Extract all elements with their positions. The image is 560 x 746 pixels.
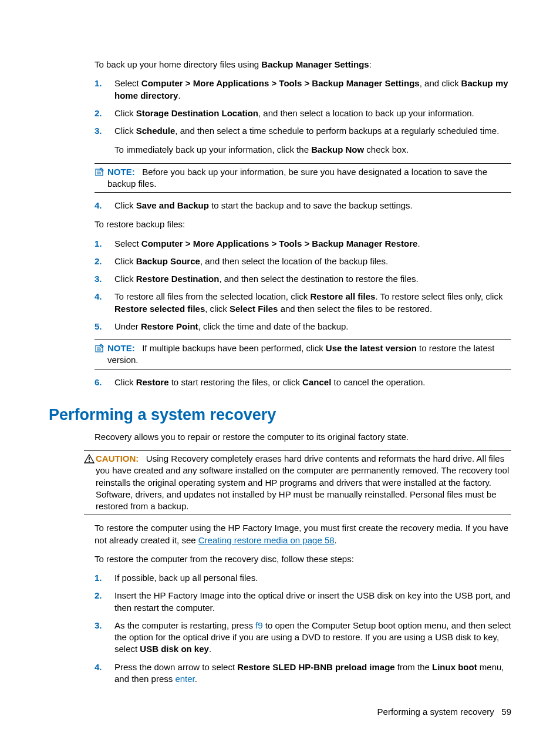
list-item: 4. To restore all files from the selecte… (95, 291, 511, 315)
restore-list: 1. Select Computer > More Applications >… (95, 238, 511, 333)
caution-recovery: CAUTION: Using Recovery completely erase… (84, 450, 511, 515)
creating-restore-media-link[interactable]: Creating restore media on page 58 (198, 535, 335, 545)
note-backup-location: NOTE: Before you back up your informatio… (95, 163, 511, 193)
list-item: 1. Select Computer > More Applications >… (95, 78, 511, 102)
note-icon (95, 342, 106, 367)
caution-icon (84, 453, 96, 512)
recovery-p2: To restore the computer from the recover… (95, 553, 511, 565)
list-item: 1. Select Computer > More Applications >… (95, 238, 511, 250)
recovery-steps: 1. If possible, back up all personal fil… (95, 572, 511, 685)
recovery-p1: To restore the computer using the HP Fac… (95, 522, 511, 546)
list-item: 4. Press the down arrow to select Restor… (95, 661, 511, 685)
backup-settings-list: 1. Select Computer > More Applications >… (95, 78, 511, 156)
list-item: 5. Under Restore Point, click the time a… (95, 321, 511, 332)
note-multiple-backups: NOTE: If multiple backups have been perf… (95, 340, 511, 369)
note-icon (95, 166, 106, 190)
list-item: 3. As the computer is restarting, press … (95, 620, 511, 656)
restore-list-cont: 6. Click Restore to start restoring the … (95, 377, 511, 388)
backup-settings-list-cont: 4. Click Save and Backup to start the ba… (95, 200, 511, 211)
restore-intro: To restore backup files: (95, 219, 511, 230)
page-footer: Performing a system recovery 59 (377, 707, 511, 717)
list-item: 2. Click Storage Destination Location, a… (95, 107, 511, 119)
backup-intro: To back up your home directory files usi… (95, 59, 511, 70)
list-item: 2. Insert the HP Factory Image into the … (95, 590, 511, 614)
list-item: 4. Click Save and Backup to start the ba… (95, 200, 511, 211)
list-item: 6. Click Restore to start restoring the … (95, 377, 511, 388)
list-item: 2. Click Backup Source, and then select … (95, 256, 511, 267)
list-item: 3. Click Schedule, and then select a tim… (95, 125, 511, 156)
section-heading: Performing a system recovery (49, 406, 511, 424)
list-item: 1. If possible, back up all personal fil… (95, 572, 511, 584)
list-item: 3. Click Restore Destination, and then s… (95, 273, 511, 285)
svg-point-9 (89, 461, 90, 462)
recovery-intro: Recovery allows you to repair or restore… (95, 431, 511, 443)
